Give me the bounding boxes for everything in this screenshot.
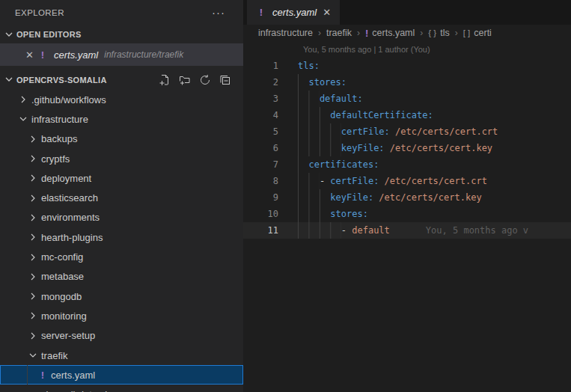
code-line-10[interactable]: 10stores: — [243, 206, 571, 222]
workspace-name: OPENCRVS-SOMALIA — [16, 76, 107, 85]
workspace-section-header[interactable]: OPENCRVS-SOMALIA — [0, 70, 243, 90]
code-line-2[interactable]: 2stores: — [243, 74, 571, 91]
code-token: - — [341, 225, 352, 236]
code-token: defaultCertificate: — [330, 110, 433, 120]
code-token: default — [352, 225, 390, 236]
tree-item-monitoring[interactable]: monitoring — [0, 306, 243, 325]
open-editors-header[interactable]: OPEN EDITORS — [0, 25, 243, 43]
chevron-down-icon — [27, 349, 39, 361]
indent-guides — [298, 173, 320, 189]
code-line-7[interactable]: 7certificates: — [243, 156, 571, 173]
tree-item-label: traefik — [41, 350, 67, 361]
breadcrumb-item-certs-yaml[interactable]: certs.yaml — [372, 28, 415, 38]
chevron-right-icon — [27, 271, 39, 283]
breadcrumb-item-infrastructure[interactable]: infrastructure — [258, 28, 313, 38]
code-token: /etc/certs/cert.key — [373, 192, 482, 203]
tab-close-icon[interactable]: ✕ — [323, 7, 331, 18]
code-line-9[interactable]: 9keyFile: /etc/certs/cert.key — [243, 189, 571, 206]
breadcrumb-item-traefik[interactable]: traefik — [326, 28, 352, 38]
code-line-11[interactable]: 11- defaultYou, 5 months ago v — [243, 222, 571, 239]
code-token: tls: — [298, 61, 320, 71]
indent-guides — [298, 107, 330, 123]
tree-item-label: clear-all-data.sh — [41, 389, 111, 392]
indent-guides — [298, 206, 330, 222]
explorer-header: EXPLORER ··· — [0, 0, 243, 25]
tree-item-deployment[interactable]: deployment — [0, 168, 243, 188]
tree-item-clear-all-data-sh[interactable]: $clear-all-data.sh — [0, 385, 243, 392]
line-number: 3 — [243, 94, 278, 104]
tree-item-traefik[interactable]: traefik — [0, 346, 243, 365]
breadcrumb-item-certi[interactable]: certi — [474, 28, 492, 38]
line-number: 8 — [243, 176, 278, 186]
breadcrumb-item-tls[interactable]: tls — [440, 28, 450, 38]
breadcrumb-separator: › — [455, 28, 458, 38]
tree-item-label: mc-config — [41, 251, 83, 263]
yaml-file-icon: ! — [37, 370, 49, 381]
tab-certs-yaml[interactable]: ! certs.yaml ✕ — [247, 0, 340, 25]
tree-item-hearth-plugins[interactable]: hearth-plugins — [0, 227, 243, 247]
symbol-icon: [ ] — [463, 28, 471, 37]
line-number: 5 — [243, 126, 278, 137]
close-icon[interactable]: ✕ — [25, 49, 37, 61]
chevron-right-icon — [27, 192, 39, 204]
tab-bar: ! certs.yaml ✕ — [243, 0, 571, 25]
code-line-4[interactable]: 4defaultCertificate: — [243, 107, 571, 123]
line-number: 4 — [243, 110, 278, 120]
code-area[interactable]: 1tls:2stores:3default:4defaultCertificat… — [243, 58, 571, 392]
code-line-6[interactable]: 6keyFile: /etc/certs/cert.key — [243, 140, 571, 156]
tree-item-label: server-setup — [41, 330, 95, 341]
tree-item-label: elasticsearch — [41, 192, 98, 203]
chevron-right-icon — [27, 153, 39, 165]
code-token: default: — [320, 94, 363, 104]
tree-item-label: monitoring — [41, 310, 87, 322]
breadcrumb-separator: › — [318, 28, 321, 38]
tree-item-infrastructure[interactable]: infrastructure — [0, 109, 243, 129]
indent-guides — [298, 156, 308, 173]
new-folder-icon[interactable] — [179, 74, 191, 86]
chevron-down-icon — [17, 113, 29, 125]
open-editor-file-path: infrastructure/traefik — [104, 49, 183, 60]
tree-item-server-setup[interactable]: server-setup — [0, 326, 243, 346]
tree-item-elasticsearch[interactable]: elasticsearch — [0, 188, 243, 207]
code-token: keyFile: — [330, 192, 373, 203]
tree-item-environments[interactable]: environments — [0, 208, 243, 227]
chevron-right-icon — [27, 212, 39, 224]
refresh-icon[interactable] — [199, 74, 211, 86]
code-token: keyFile: — [341, 143, 385, 153]
tree-item-mc-config[interactable]: mc-config — [0, 247, 243, 266]
code-line-5[interactable]: 5certFile: /etc/certs/cert.crt — [243, 123, 571, 140]
code-token: stores: — [308, 77, 346, 88]
chevron-right-icon — [27, 330, 39, 342]
open-editor-item-certs-yaml[interactable]: ✕ ! certs.yaml infrastructure/traefik — [0, 43, 243, 66]
code-token: /etc/certs/cert.key — [385, 143, 493, 153]
tree-item-certs-yaml[interactable]: !certs.yaml — [0, 365, 243, 385]
breadcrumb: infrastructure›traefik›!certs.yaml›{ }tl… — [243, 25, 571, 41]
code-token: certificates: — [308, 159, 379, 170]
chevron-right-icon — [27, 133, 39, 145]
git-authors-lens[interactable]: You, 5 months ago | 1 author (You) — [243, 41, 571, 58]
open-editors-label: OPEN EDITORS — [16, 30, 82, 39]
code-line-3[interactable]: 3default: — [243, 91, 571, 107]
more-actions-icon[interactable]: ··· — [212, 10, 225, 16]
code-token: /etc/certs/cert.crt — [379, 176, 487, 186]
tab-title: certs.yaml — [272, 7, 317, 18]
tree-item-metabase[interactable]: metabase — [0, 267, 243, 287]
tree-item-mongodb[interactable]: mongodb — [0, 287, 243, 306]
line-number: 11 — [243, 225, 278, 236]
tree-item-label: .github/workflows — [31, 94, 106, 105]
code-line-8[interactable]: 8- certFile: /etc/certs/cert.crt — [243, 173, 571, 189]
chevron-down-icon — [3, 28, 15, 40]
tree-item-label: environments — [41, 212, 100, 223]
file-tree: .github/workflowsinfrastructurebackupscr… — [0, 90, 243, 392]
tree-item-backups[interactable]: backups — [0, 129, 243, 149]
chevron-right-icon — [27, 251, 39, 263]
chevron-down-icon — [3, 73, 15, 87]
tree-item-cryptfs[interactable]: cryptfs — [0, 149, 243, 168]
collapse-all-icon[interactable] — [219, 74, 231, 86]
tree-item-label: backups — [41, 133, 77, 144]
line-number: 9 — [243, 192, 278, 203]
new-file-icon[interactable] — [159, 74, 171, 86]
tree-item-github-workflows[interactable]: .github/workflows — [0, 90, 243, 109]
explorer-title: EXPLORER — [15, 8, 64, 17]
code-line-1[interactable]: 1tls: — [243, 58, 571, 74]
